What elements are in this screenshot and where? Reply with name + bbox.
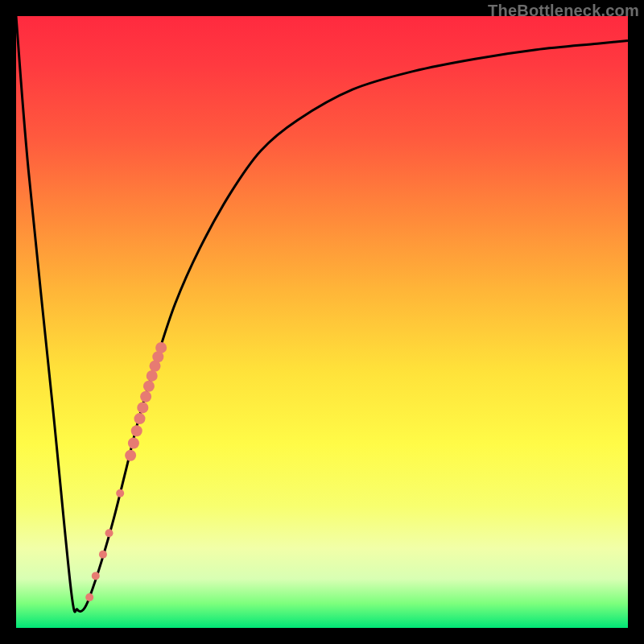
curve-svg [16,16,628,628]
data-marker [85,593,93,601]
data-marker [155,342,167,353]
data-marker [92,572,100,580]
data-marker [140,391,151,402]
plot-area [16,16,628,628]
data-marker [131,425,142,436]
data-marker [99,551,107,559]
data-marker [116,489,124,497]
data-marker [134,413,146,424]
data-marker [143,381,155,392]
data-marker [105,529,114,537]
bottleneck-curve [16,16,628,612]
chart-frame: TheBottleneck.com [0,0,644,644]
data-marker [125,450,136,461]
watermark-text: TheBottleneck.com [488,2,639,20]
data-marker [128,437,139,448]
data-marker [147,370,158,382]
data-marker [137,402,148,413]
